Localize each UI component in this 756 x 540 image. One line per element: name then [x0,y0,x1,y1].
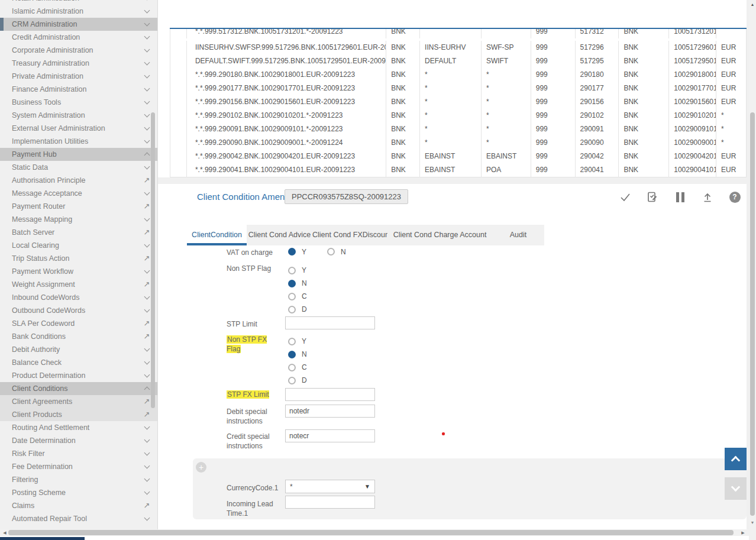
radio-option-N[interactable]: N [327,247,346,256]
tab-client-cond-charge-account[interactable]: Client Cond Charge Account [387,225,492,245]
radio-option-D[interactable]: D [288,374,307,387]
sidebar-item-payment-workflow[interactable]: Payment Workflow [0,265,157,278]
sidebar-item-business-tools[interactable]: Business Tools [0,96,157,109]
approve-button[interactable] [619,190,632,203]
sidebar-item-trip-status-action[interactable]: Trip Status Action↗ [0,252,157,265]
table-row[interactable]: *.*.999.290041.BNK.10029004101.EUR-20091… [170,163,746,177]
table-cell: EBAINST [482,150,531,163]
scroll-down-arrow[interactable]: ▼ [749,519,756,526]
sidebar-item-posting-scheme[interactable]: Posting Scheme [0,486,157,499]
table-row[interactable]: *.*.999.290090.BNK.10029009001.*-2009122… [170,136,746,150]
sidebar-item-balance-check[interactable]: Balance Check [0,356,157,369]
table-row[interactable]: *.*.999.517312.BNK.10051731201.*-2009122… [170,29,746,41]
sidebar-item-date-determination[interactable]: Date Determination [0,434,157,447]
sidebar-item-payment-router[interactable]: Payment Router↗ [0,200,157,213]
chevron-down-icon [143,372,150,379]
table-cell: 999 [531,163,576,177]
scroll-right-arrow[interactable]: ▶ [739,529,747,536]
sidebar-item-retail-administration[interactable]: Retail Administration [0,0,157,5]
sidebar-item-crm-administration[interactable]: CRM Administration [0,18,157,31]
table-row[interactable]: *.*.999.290042.BNK.10029004201.EUR-20091… [170,150,746,163]
sidebar-item-local-clearing[interactable]: Local Clearing [0,239,157,252]
sidebar-item-payment-hub[interactable]: Payment Hub [0,148,157,161]
sidebar-item-batch-server[interactable]: Batch Server↗ [0,226,157,239]
sidebar-item-private-administration[interactable]: Private Administration [0,70,157,83]
sidebar-item-risk-filter[interactable]: Risk Filter [0,447,157,460]
sidebar-item-client-products[interactable]: Client Products↗ [0,408,157,421]
radio-option-N[interactable]: N [288,277,307,290]
sidebar-item-credit-administration[interactable]: Credit Administration [0,31,157,44]
section-divider [158,177,749,184]
sidebar-item-authorisation-principle[interactable]: Authorisation Principle↗ [0,174,157,187]
table-row[interactable]: *.*.999.290156.BNK.10029015601.EUR-20091… [170,95,746,109]
sidebar-item-message-acceptance[interactable]: Message Acceptance [0,187,157,200]
scroll-left-arrow[interactable]: ◀ [1,529,8,536]
sidebar-item-static-data[interactable]: Static Data [0,161,157,174]
sidebar-item-implementation-utilities[interactable]: Implementation Utilities [0,135,157,148]
sidebar-item-automated-repair-tool[interactable]: Automated Repair Tool [0,512,157,525]
scroll-to-bottom-button[interactable] [725,477,747,500]
table-cell: 290091 [576,122,619,136]
debit-special-instructions-input[interactable] [285,405,375,418]
tab-client-cond-advice[interactable]: Client Cond Advice [247,225,312,245]
validate-button[interactable] [645,190,658,203]
credit-special-instructions-input[interactable] [285,429,375,442]
sidebar-item-routing-and-settlement[interactable]: Routing And Settlement [0,421,157,434]
sidebar-item-inbound-codewords[interactable]: Inbound CodeWords [0,291,157,304]
sidebar-item-filtering[interactable]: Filtering [0,473,157,486]
table-row[interactable]: *.*.999.290102.BNK.10029010201.*-2009122… [170,109,746,122]
sidebar-item-fee-determination[interactable]: Fee Determination [0,460,157,473]
table-row[interactable]: *.*.999.290177.BNK.10029017701.EUR-20091… [170,82,746,95]
scroll-up-arrow[interactable]: ▲ [749,1,756,8]
table-cell: 10029004201 [669,150,716,163]
tab-client-cond-fxdiscount[interactable]: Client Cond FXDiscount [312,225,387,245]
radio-option-Y[interactable]: Y [288,335,307,348]
help-button[interactable]: ? [728,190,741,203]
radio-option-N[interactable]: N [288,348,307,361]
radio-option-C[interactable]: C [288,290,307,303]
sidebar-item-label: Finance Administration [0,85,86,93]
sidebar-item-weight-assignment[interactable]: Weight Assignment↗ [0,278,157,291]
radio-option-D[interactable]: D [288,303,307,316]
upload-button[interactable] [701,190,714,203]
radio-option-Y[interactable]: Y [288,247,306,256]
table-cell: EUR [716,150,746,163]
add-row-button[interactable]: + [196,462,206,473]
tab-clientcondition[interactable]: ClientCondition [187,225,247,245]
horizontal-scrollbar-thumb[interactable] [8,530,734,535]
table-row[interactable]: DEFAULT.SWIFT.999.517295.BNK.10051729501… [170,54,746,68]
tab-audit[interactable]: Audit [492,225,544,245]
scroll-to-top-button[interactable] [725,448,747,470]
sidebar-item-message-mapping[interactable]: Message Mapping [0,213,157,226]
sidebar-item-corporate-administration[interactable]: Corporate Administration [0,44,157,57]
chevron-down-icon [143,242,150,249]
sidebar-item-claims[interactable]: Claims↗ [0,499,157,512]
stp-limit-input[interactable] [285,316,375,329]
table-cell: * [420,136,482,150]
sidebar-scrollbar-thumb[interactable] [151,112,155,408]
non-stp-flag-radio-group: YNCD [288,264,307,316]
radio-option-Y[interactable]: Y [288,264,307,277]
sidebar-item-debit-authority[interactable]: Debit Authority [0,343,157,356]
radio-option-C[interactable]: C [288,361,307,374]
sidebar-item-islamic-administration[interactable]: Islamic Administration [0,5,157,18]
currency-code-select[interactable]: * ▼ [285,480,375,493]
sidebar-item-sla-per-codeword[interactable]: SLA Per Codeword↗ [0,317,157,330]
vertical-scrollbar-thumb[interactable] [750,112,755,516]
sidebar-item-client-conditions[interactable]: Client Conditions [0,382,157,395]
incoming-lead-time-input[interactable] [285,496,375,509]
sidebar-item-finance-administration[interactable]: Finance Administration [0,83,157,96]
sidebar-item-outbound-codewords[interactable]: Outbound CodeWords [0,304,157,317]
sidebar-item-client-agreements[interactable]: Client Agreements↗ [0,395,157,408]
table-row[interactable]: IINSEURHV.SWFSP.999.517296.BNK.100517296… [170,41,746,54]
sidebar-item-external-user-administration[interactable]: External User Administration [0,122,157,135]
table-row[interactable]: *.*.999.290180.BNK.10029018001.EUR-20091… [170,68,746,82]
table-row[interactable]: *.*.999.290091.BNK.10029009101.*-2009122… [170,122,746,136]
sidebar-item-treasury-administration[interactable]: Treasury Administration [0,57,157,70]
sidebar-item-bank-conditions[interactable]: Bank Conditions↗ [0,330,157,343]
stp-fx-limit-input[interactable] [285,388,375,401]
table-cell: 10029009001 [669,136,716,150]
sidebar-item-system-administration[interactable]: System Administration [0,109,157,122]
hold-button[interactable] [674,190,687,203]
sidebar-item-product-determination[interactable]: Product Determination [0,369,157,382]
